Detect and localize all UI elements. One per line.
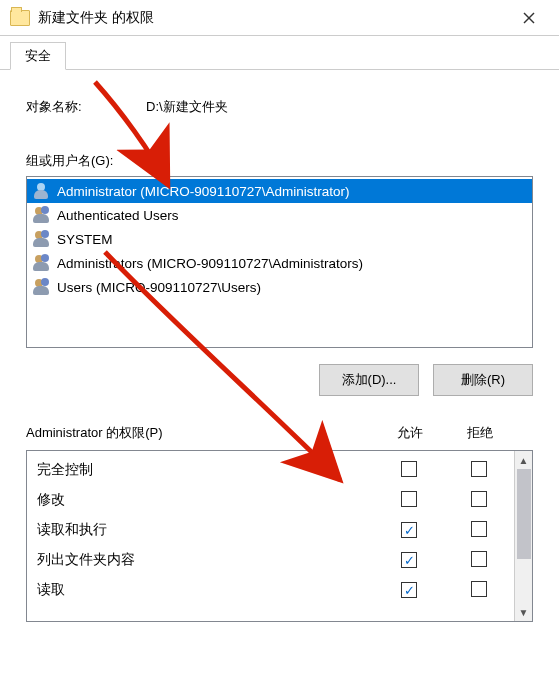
permissions-scrollbar[interactable]: ▲ ▼ [514, 451, 532, 621]
object-name-label: 对象名称: [26, 98, 146, 116]
permission-allow-checkbox[interactable] [401, 461, 417, 477]
add-button[interactable]: 添加(D)... [319, 364, 419, 396]
groups-users-listbox[interactable]: Administrator (MICRO-909110727\Administr… [26, 176, 533, 348]
permission-row: 修改 [27, 485, 514, 515]
tab-content: 对象名称: D:\新建文件夹 组或用户名(G): Administrator (… [0, 70, 559, 632]
permission-name: 完全控制 [37, 461, 374, 479]
remove-button[interactable]: 删除(R) [433, 364, 533, 396]
list-item-label: Administrators (MICRO-909110727\Administ… [57, 256, 363, 271]
permission-row [27, 605, 514, 617]
list-item[interactable]: Users (MICRO-909110727\Users) [27, 275, 532, 299]
group-icon [33, 254, 51, 272]
list-item-label: Users (MICRO-909110727\Users) [57, 280, 261, 295]
permissions-label: Administrator 的权限(P) [26, 424, 163, 442]
permission-name: 读取和执行 [37, 521, 374, 539]
permission-row: 读取✓ [27, 575, 514, 605]
permission-name: 修改 [37, 491, 374, 509]
list-item[interactable]: Administrators (MICRO-909110727\Administ… [27, 251, 532, 275]
scroll-down-button[interactable]: ▼ [515, 603, 532, 621]
tab-strip: 安全 [0, 40, 559, 70]
permission-allow-checkbox[interactable] [401, 491, 417, 507]
scroll-thumb[interactable] [517, 469, 531, 559]
group-icon [33, 278, 51, 296]
permission-row: 完全控制 [27, 455, 514, 485]
group-icon [33, 206, 51, 224]
permission-deny-checkbox[interactable] [471, 551, 487, 567]
permission-allow-checkbox[interactable]: ✓ [401, 552, 417, 568]
permission-deny-checkbox[interactable] [471, 491, 487, 507]
permissions-listbox: 完全控制修改读取和执行✓列出文件夹内容✓读取✓ ▲ ▼ [26, 450, 533, 622]
window-title: 新建文件夹 的权限 [38, 9, 154, 27]
list-item[interactable]: Administrator (MICRO-909110727\Administr… [27, 179, 532, 203]
user-icon [33, 182, 51, 200]
scroll-up-button[interactable]: ▲ [515, 451, 532, 469]
groups-label: 组或用户名(G): [26, 152, 533, 170]
tab-security[interactable]: 安全 [10, 42, 66, 70]
permission-deny-checkbox[interactable] [471, 461, 487, 477]
object-name-row: 对象名称: D:\新建文件夹 [26, 98, 533, 116]
list-item-label: SYSTEM [57, 232, 113, 247]
permission-row: 列出文件夹内容✓ [27, 545, 514, 575]
list-item-label: Authenticated Users [57, 208, 179, 223]
folder-icon [10, 10, 30, 26]
permission-row: 读取和执行✓ [27, 515, 514, 545]
permission-allow-checkbox[interactable]: ✓ [401, 582, 417, 598]
permission-allow-checkbox[interactable]: ✓ [401, 522, 417, 538]
permission-name: 读取 [37, 581, 374, 599]
permission-name: 列出文件夹内容 [37, 551, 374, 569]
permission-deny-checkbox[interactable] [471, 521, 487, 537]
permissions-deny-header: 拒绝 [445, 424, 515, 442]
permission-deny-checkbox[interactable] [471, 581, 487, 597]
list-item[interactable]: Authenticated Users [27, 203, 532, 227]
window-titlebar: 新建文件夹 的权限 [0, 0, 559, 36]
close-icon [523, 12, 535, 24]
group-icon [33, 230, 51, 248]
permissions-allow-header: 允许 [375, 424, 445, 442]
list-item-label: Administrator (MICRO-909110727\Administr… [57, 184, 350, 199]
window-close-button[interactable] [509, 3, 549, 33]
object-name-value: D:\新建文件夹 [146, 98, 228, 116]
list-item[interactable]: SYSTEM [27, 227, 532, 251]
